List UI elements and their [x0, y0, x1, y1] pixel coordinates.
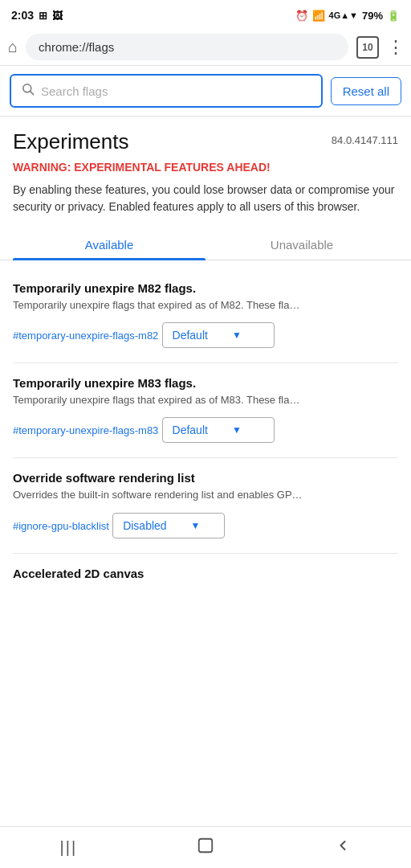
- nav-home-icon: [197, 837, 214, 859]
- flag-gpu-dropdown-label: Disabled: [123, 519, 166, 532]
- flag-m82-dropdown-label: Default: [173, 329, 208, 342]
- flag-item-m83: Temporarily unexpire M83 flags. Temporar…: [13, 363, 398, 458]
- tab-available-label: Available: [85, 238, 134, 252]
- nav-back-icon: [335, 837, 351, 858]
- bottom-nav: |||: [0, 826, 411, 868]
- alarm-icon: ⏰: [295, 10, 308, 22]
- nav-menu-button[interactable]: |||: [0, 838, 137, 857]
- description-text: By enabling these features, you could lo…: [13, 182, 398, 215]
- address-bar: ⌂ chrome://flags 10 ⋮: [0, 29, 411, 66]
- flag-m83-anchor[interactable]: #temporary-unexpire-flags-m83: [13, 424, 158, 436]
- battery-icon: 🔋: [387, 10, 400, 22]
- flag-list: Temporarily unexpire M82 flags. Temporar…: [13, 268, 398, 596]
- page-title: Experiments: [13, 129, 129, 154]
- flag-m83-dropdown[interactable]: Default ▼: [162, 417, 275, 443]
- flag-gpu-desc: Overrides the built-in software renderin…: [13, 488, 398, 502]
- flag-m82-dropdown[interactable]: Default ▼: [162, 322, 275, 348]
- experiments-header: Experiments 84.0.4147.111: [13, 129, 398, 154]
- version-number: 84.0.4147.111: [332, 129, 398, 146]
- warning-text: WARNING: EXPERIMENTAL FEATURES AHEAD!: [13, 161, 398, 174]
- flag-m83-dropdown-label: Default: [173, 424, 208, 436]
- flag-gpu-title: Override software rendering list: [13, 471, 398, 485]
- flag-item-canvas: Accelerated 2D canvas: [13, 554, 398, 596]
- grid-icon: ⊞: [39, 10, 47, 22]
- flag-m82-desc: Temporarily unexpire flags that expired …: [13, 298, 398, 313]
- time-display: 2:03: [11, 9, 34, 22]
- reset-all-button[interactable]: Reset all: [331, 77, 401, 105]
- tab-unavailable[interactable]: Unavailable: [206, 230, 398, 260]
- overflow-menu-icon[interactable]: ⋮: [387, 37, 403, 58]
- nav-menu-icon: |||: [60, 838, 78, 857]
- url-text: chrome://flags: [39, 40, 114, 54]
- tabs-row: Available Unavailable: [0, 230, 411, 260]
- image-icon: 🖼: [52, 10, 63, 22]
- flag-m83-title: Temporarily unexpire M83 flags.: [13, 376, 398, 390]
- search-icon: [21, 82, 35, 100]
- nav-home-button[interactable]: [137, 837, 275, 859]
- status-icons: ⏰ 📶 4G▲▼ 79% 🔋: [295, 10, 400, 22]
- search-box[interactable]: Search flags: [10, 74, 323, 108]
- main-content: Experiments 84.0.4147.111 WARNING: EXPER…: [0, 117, 411, 645]
- status-bar: 2:03 ⊞ 🖼 ⏰ 📶 4G▲▼ 79% 🔋: [0, 0, 411, 29]
- home-icon[interactable]: ⌂: [8, 38, 18, 56]
- tab-available[interactable]: Available: [13, 230, 206, 260]
- nav-back-button[interactable]: [274, 837, 411, 858]
- url-bar[interactable]: chrome://flags: [26, 34, 348, 60]
- dropdown-arrow-icon-2: ▼: [232, 424, 242, 436]
- battery-display: 79%: [362, 10, 383, 22]
- dropdown-arrow-icon: ▼: [232, 330, 242, 341]
- signal-icon: 4G▲▼: [329, 10, 358, 20]
- flag-item-gpu: Override software rendering list Overrid…: [13, 458, 398, 553]
- tab-count: 10: [362, 42, 372, 53]
- flag-canvas-title: Accelerated 2D canvas: [13, 567, 398, 580]
- flag-m83-desc: Temporarily unexpire flags that expired …: [13, 393, 398, 407]
- flag-gpu-dropdown[interactable]: Disabled ▼: [112, 513, 225, 538]
- search-placeholder: Search flags: [41, 84, 108, 98]
- svg-rect-2: [199, 838, 213, 852]
- flag-m82-title: Temporarily unexpire M82 flags.: [13, 281, 398, 295]
- svg-line-1: [31, 92, 34, 95]
- dropdown-arrow-icon-3: ▼: [191, 520, 201, 531]
- flag-item-m82: Temporarily unexpire M82 flags. Temporar…: [13, 268, 398, 363]
- tab-count-box[interactable]: 10: [356, 36, 379, 59]
- flag-gpu-anchor[interactable]: #ignore-gpu-blacklist: [13, 520, 109, 532]
- tab-unavailable-label: Unavailable: [271, 238, 333, 252]
- flag-m82-anchor[interactable]: #temporary-unexpire-flags-m82: [13, 330, 158, 342]
- status-time: 2:03 ⊞ 🖼: [11, 9, 63, 22]
- wifi-icon: 📶: [312, 10, 325, 22]
- search-bar-row: Search flags Reset all: [0, 66, 411, 117]
